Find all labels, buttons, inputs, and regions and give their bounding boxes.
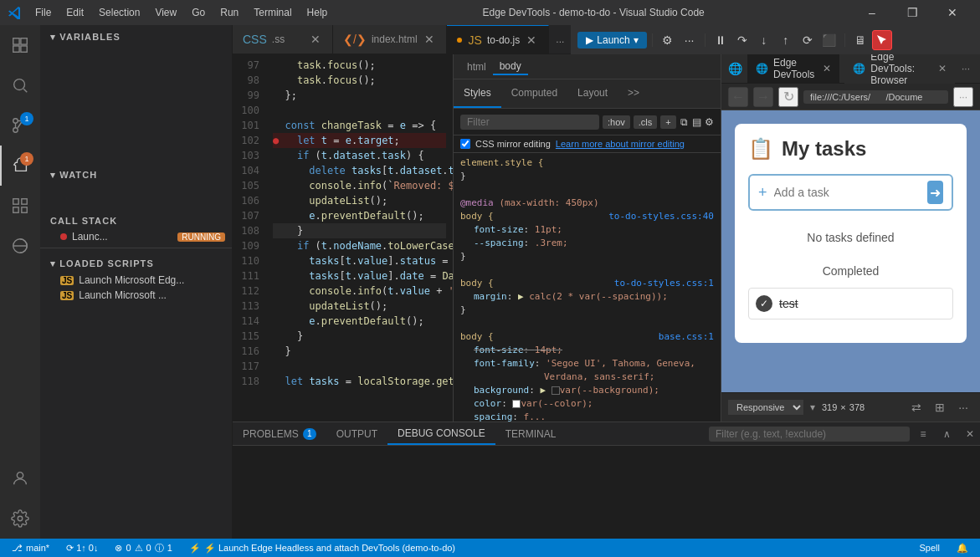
class-state-btn[interactable]: .cls — [634, 115, 658, 129]
pause-btn[interactable]: ⏸ — [711, 30, 731, 50]
browser-more-btn[interactable]: ··· — [953, 87, 973, 107]
edge-devtools-tab-close[interactable]: ✕ — [823, 63, 831, 74]
sync-status[interactable]: ⟳ 1↑ 0↓ — [63, 543, 101, 554]
code-display[interactable]: task.focus(); task.focus(); }; const cha… — [266, 54, 453, 422]
menu-help[interactable]: Help — [300, 5, 335, 20]
css-link-1[interactable]: to-do-styles.css:40 — [608, 210, 714, 223]
task-checkbox[interactable]: ✓ — [756, 295, 772, 312]
info-count: 1 — [167, 543, 172, 553]
styles-tab[interactable]: Styles — [454, 79, 501, 108]
app-title: 📋 My tasks — [748, 137, 953, 161]
problems-tab[interactable]: PROBLEMS 1 — [233, 422, 326, 445]
minimize-button[interactable]: – — [853, 0, 891, 25]
debug-console-tab[interactable]: DEBUG CONSOLE — [387, 422, 495, 445]
activity-settings[interactable] — [0, 498, 40, 539]
menu-run[interactable]: Run — [213, 5, 245, 20]
restart-btn[interactable]: ⟳ — [798, 30, 818, 50]
debug-launch-btn[interactable]: ▶ Launch ▾ — [577, 32, 646, 49]
edge-devtools-tab[interactable]: 🌐 Edge DevTools ✕ — [747, 54, 839, 84]
menu-edit[interactable]: Edit — [59, 5, 90, 20]
tab-css-close[interactable]: ✕ — [309, 33, 322, 46]
step-into-btn[interactable]: ↓ — [754, 30, 774, 50]
activity-source-control[interactable]: 1 — [0, 105, 40, 146]
body-tab[interactable]: body — [493, 59, 528, 75]
step-out-btn[interactable]: ↑ — [776, 30, 796, 50]
browser-overflow-btn[interactable]: ··· — [958, 63, 973, 74]
menu-go[interactable]: Go — [185, 5, 212, 20]
styles-action-3[interactable]: ⚙ — [705, 112, 714, 132]
menu-file[interactable]: File — [28, 5, 58, 20]
loaded-script-1[interactable]: JS Launch Microsoft Edg... — [40, 273, 232, 288]
menu-terminal[interactable]: Terminal — [247, 5, 298, 20]
menu-view[interactable]: View — [148, 5, 183, 20]
tab-html[interactable]: ❮/❯ index.html ✕ — [333, 25, 447, 54]
debug-filter-input[interactable] — [709, 427, 910, 442]
spell-check-status[interactable]: Spell — [916, 543, 943, 553]
js-icon: JS — [469, 33, 482, 47]
tab-js[interactable]: JS to-do.js ✕ — [447, 25, 550, 54]
url-bar[interactable] — [803, 90, 948, 104]
tab-js-close[interactable]: ✕ — [525, 33, 538, 47]
stop-btn[interactable]: ⬛ — [819, 30, 839, 50]
menu-selection[interactable]: Selection — [92, 5, 146, 20]
terminal-tab[interactable]: TERMINAL — [495, 422, 567, 445]
close-button[interactable]: ✕ — [933, 0, 972, 25]
variables-header[interactable]: ▾ VARIABLES — [40, 25, 232, 46]
call-stack-header[interactable]: CALL STACK — [40, 209, 232, 229]
collapse-btn[interactable]: ∧ — [936, 424, 957, 444]
html-tab[interactable]: html — [460, 59, 493, 74]
styles-filter-input[interactable] — [460, 115, 599, 130]
output-tab[interactable]: OUTPUT — [326, 422, 387, 445]
activity-account[interactable] — [0, 458, 40, 498]
tab-css[interactable]: CSS .ss ✕ — [233, 25, 333, 54]
activity-debug[interactable]: 1 — [0, 146, 40, 186]
more-options-btn[interactable]: ··· — [680, 30, 700, 50]
more-browser-btn[interactable]: ··· — [953, 397, 973, 417]
activity-edge-devtools[interactable] — [0, 226, 40, 266]
settings-icon[interactable]: ⚙ — [658, 30, 678, 50]
errors-status[interactable]: ⊗ 0 ⚠ 0 ⓘ 1 — [111, 542, 175, 554]
launch-dropdown-icon[interactable]: ▾ — [634, 34, 639, 46]
css-mirror-checkbox[interactable] — [460, 139, 470, 149]
activity-search[interactable] — [0, 65, 40, 105]
rotate-btn[interactable]: ⇄ — [906, 397, 926, 417]
tab-overflow[interactable]: ... — [549, 25, 571, 54]
code-editor[interactable]: 97 98 99 100 101 102 103 104 105 106 107… — [233, 54, 453, 422]
edge-browser-tab-close[interactable]: ✕ — [938, 63, 947, 74]
loaded-scripts-header[interactable]: ▾ LOADED SCRIPTS — [40, 252, 232, 273]
styles-action-1[interactable]: ⧉ — [680, 112, 689, 132]
css-mirror-link[interactable]: Learn more about mirror editing — [556, 139, 685, 149]
add-task-input[interactable] — [774, 186, 921, 199]
edge-devtools-browser-tab[interactable]: 🌐 Edge DevTools: Browser ✕ — [844, 54, 955, 84]
css-link-2[interactable]: to-do-styles.css:1 — [614, 277, 714, 290]
forward-btn[interactable]: → — [753, 87, 773, 107]
screencast-btn[interactable]: 🖥 — [850, 30, 870, 50]
activity-extensions[interactable] — [0, 186, 40, 226]
zoom-btn[interactable]: ⊞ — [930, 397, 950, 417]
css-link-3[interactable]: base.css:1 — [659, 330, 714, 344]
step-over-btn[interactable]: ↷ — [732, 30, 752, 50]
hover-state-btn[interactable]: :hov — [603, 115, 630, 129]
more-tabs-btn[interactable]: >> — [618, 79, 649, 108]
launch-status[interactable]: ⚡ ⚡ Launch Edge Headless and attach DevT… — [186, 543, 459, 554]
close-panel-btn[interactable]: ✕ — [960, 424, 980, 444]
call-stack-item[interactable]: Launc... RUNNING — [40, 229, 232, 244]
filter-list-btn[interactable]: ≡ — [913, 424, 933, 444]
refresh-btn[interactable]: ↻ — [778, 87, 798, 107]
bottom-panel: PROBLEMS 1 OUTPUT DEBUG CONSOLE TERMINAL… — [233, 422, 980, 539]
styles-action-2[interactable]: ▤ — [692, 112, 701, 132]
add-task-submit-btn[interactable]: ➜ — [927, 181, 943, 204]
loaded-script-2[interactable]: JS Launch Microsoft ... — [40, 288, 232, 303]
add-style-btn[interactable]: + — [660, 115, 675, 129]
tab-html-close[interactable]: ✕ — [423, 33, 436, 46]
layout-tab[interactable]: Layout — [567, 79, 618, 108]
activity-explorer[interactable] — [0, 25, 40, 65]
back-btn[interactable]: ← — [728, 87, 748, 107]
responsive-selector[interactable]: Responsive — [728, 400, 803, 415]
restore-button[interactable]: ❒ — [893, 0, 931, 25]
inspect-element-btn[interactable] — [872, 30, 892, 50]
git-branch[interactable]: ⎇ main* — [8, 543, 53, 554]
computed-tab[interactable]: Computed — [501, 79, 567, 108]
watch-header[interactable]: ▾ WATCH — [40, 163, 232, 184]
notifications-btn[interactable]: 🔔 — [953, 543, 972, 554]
